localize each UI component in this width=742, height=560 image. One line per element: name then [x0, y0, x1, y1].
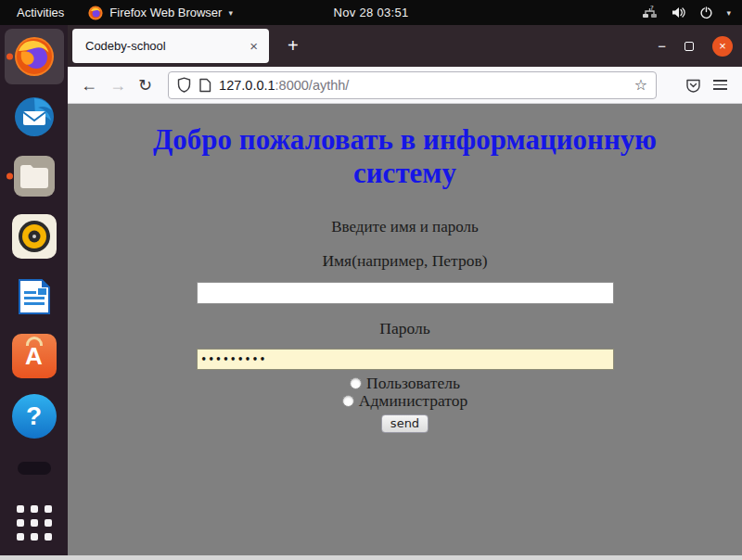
- firefox-window: Codeby-school × + − × ← → ↻ 127.0.0.1:80…: [68, 25, 742, 555]
- window-close-button[interactable]: ×: [712, 36, 733, 57]
- name-input[interactable]: [197, 282, 614, 304]
- back-button[interactable]: ←: [81, 77, 97, 94]
- forward-button[interactable]: →: [109, 77, 126, 94]
- dock-help[interactable]: ?: [5, 388, 64, 444]
- reload-button[interactable]: ↻: [138, 77, 152, 94]
- radio-user-label[interactable]: Пользователь: [366, 374, 460, 393]
- app-grid-icon: [17, 505, 52, 541]
- volume-icon[interactable]: [671, 6, 686, 19]
- thunderbird-icon: [12, 95, 57, 139]
- question-glyph: ?: [26, 401, 42, 431]
- dock-rhythmbox[interactable]: [5, 209, 64, 264]
- menu-icon-bar: [713, 80, 727, 82]
- network-icon[interactable]: ?: [642, 6, 658, 19]
- url-host: 127.0.0.1: [219, 78, 275, 93]
- files-icon: [12, 154, 57, 198]
- browser-toolbar: ← → ↻ 127.0.0.1:8000/aythh/ ☆: [68, 67, 742, 104]
- svg-text:?: ?: [650, 6, 654, 12]
- running-indicator: [6, 173, 13, 180]
- dock-show-applications[interactable]: [5, 495, 64, 551]
- shield-icon[interactable]: [177, 77, 191, 93]
- send-button[interactable]: send: [381, 414, 429, 433]
- dock-separator: [18, 462, 51, 475]
- firefox-icon: [12, 34, 57, 79]
- page-title: Добро пожаловать в информационную систем…: [146, 123, 665, 190]
- radio-admin-label[interactable]: Администратор: [359, 391, 467, 411]
- intro-text: Введите имя и пароль: [68, 218, 742, 236]
- tab-bar: Codeby-school × + − ×: [68, 25, 742, 67]
- dock-libreoffice-writer[interactable]: [5, 269, 64, 325]
- window-restore-button[interactable]: [684, 42, 694, 51]
- ubuntu-software-icon: A: [12, 334, 57, 378]
- libreoffice-writer-icon: [12, 274, 57, 319]
- password-label: Пароль: [68, 319, 742, 338]
- url-bar[interactable]: 127.0.0.1:8000/aythh/ ☆: [168, 71, 657, 99]
- menu-icon-bar: [713, 84, 727, 86]
- url-path: :8000/aythh/: [275, 78, 350, 93]
- pocket-icon[interactable]: [685, 78, 701, 93]
- clock[interactable]: Nov 28 03:51: [0, 6, 742, 19]
- dock-ubuntu-software[interactable]: A: [5, 328, 64, 384]
- tab-codeby-school[interactable]: Codeby-school ×: [72, 29, 269, 63]
- briefcase-handle: [26, 337, 43, 346]
- tray-chevron-down-icon[interactable]: ▾: [726, 8, 731, 18]
- tab-title: Codeby-school: [85, 39, 248, 53]
- name-label: Имя(например, Петров): [68, 251, 742, 271]
- radio-row-admin: Администратор: [68, 392, 742, 410]
- radio-row-user: Пользователь: [68, 375, 742, 392]
- bookmark-star-icon[interactable]: ☆: [634, 76, 647, 94]
- software-letter: A: [25, 342, 43, 371]
- url-text[interactable]: 127.0.0.1:8000/aythh/: [219, 78, 627, 93]
- screen-bottom-edge: [0, 555, 742, 560]
- radio-user[interactable]: [350, 377, 362, 389]
- page-content: Добро пожаловать в информационную систем…: [68, 104, 742, 555]
- page-info-icon[interactable]: [198, 78, 211, 93]
- tab-close-icon[interactable]: ×: [248, 38, 260, 54]
- dock-files[interactable]: [5, 148, 64, 204]
- rhythmbox-icon: [12, 214, 57, 259]
- top-bar: Activities Firefox Web Browser ▾ Nov 28 …: [0, 0, 742, 25]
- password-input[interactable]: [197, 349, 614, 370]
- running-indicator: [6, 53, 13, 59]
- dock-thunderbird[interactable]: [5, 89, 64, 145]
- dock: A ?: [0, 25, 68, 555]
- menu-icon[interactable]: [713, 80, 727, 90]
- power-icon[interactable]: [699, 6, 713, 19]
- dock-firefox[interactable]: [5, 29, 64, 84]
- radio-admin[interactable]: [342, 395, 354, 407]
- help-icon: ?: [12, 394, 57, 439]
- new-tab-button[interactable]: +: [282, 35, 304, 57]
- window-minimize-button[interactable]: −: [658, 39, 666, 53]
- menu-icon-bar: [713, 88, 727, 90]
